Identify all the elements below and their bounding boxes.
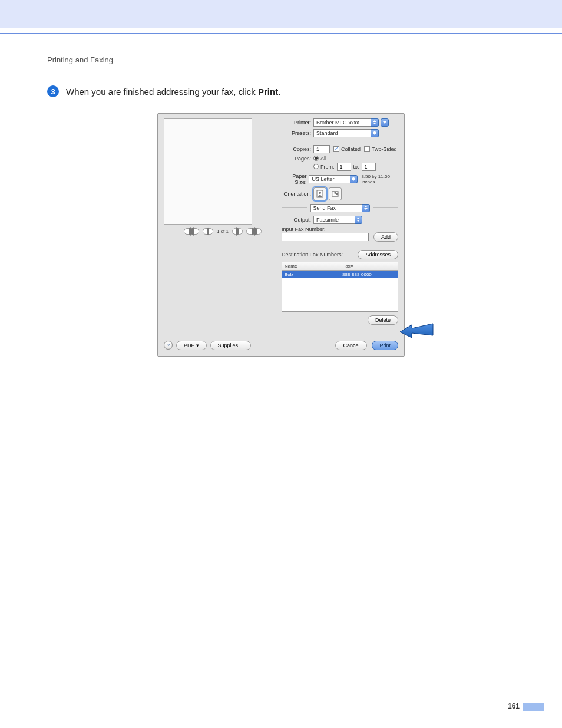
printer-disclosure-button[interactable]	[381, 118, 389, 127]
supplies-button[interactable]: Supplies…	[210, 341, 252, 350]
pager-next-button[interactable]	[232, 228, 243, 235]
help-button[interactable]: ?	[164, 341, 173, 350]
svg-point-1	[319, 192, 321, 194]
step-text: When you are finished addressing your fa…	[66, 85, 280, 99]
printer-value: Brother MFC-xxxx	[313, 118, 371, 127]
print-dialog: 1 of 1 Printer: Brother MFC-xxxx	[157, 113, 405, 357]
delete-button[interactable]: Delete	[368, 315, 398, 325]
pages-all-label: All	[320, 156, 326, 162]
step-text-prefix: When you are finished addressing your fa…	[66, 87, 258, 97]
column-name[interactable]: Name	[282, 262, 340, 270]
pages-label: Pages:	[282, 156, 313, 162]
collated-label: Collated	[341, 146, 361, 152]
select-arrows-icon	[350, 175, 358, 183]
person-portrait-icon	[316, 190, 323, 198]
preview-pager: 1 of 1	[164, 228, 282, 235]
person-landscape-icon	[332, 190, 339, 198]
annotation-arrow-icon	[399, 319, 434, 340]
dialog-wrapper: 1 of 1 Printer: Brother MFC-xxxx	[157, 113, 412, 357]
select-arrows-icon	[371, 129, 379, 137]
table-header: Name Fax#	[282, 262, 398, 271]
step-row: 3 When you are finished addressing your …	[47, 85, 522, 99]
pages-to-label: to:	[353, 164, 359, 170]
orientation-portrait-button[interactable]	[313, 187, 326, 200]
print-preview-pane	[164, 118, 252, 225]
section-separator: Send Fax	[282, 204, 398, 212]
pager-last-button[interactable]	[246, 228, 262, 235]
separator	[282, 141, 398, 141]
output-label: Output:	[282, 217, 313, 223]
orientation-label: Orientation:	[282, 191, 313, 197]
paper-size-value: US Letter	[309, 175, 350, 183]
step-text-bold: Print	[258, 87, 278, 97]
twosided-checkbox[interactable]	[364, 146, 370, 152]
step-text-suffix: .	[278, 87, 280, 97]
pages-from-input[interactable]	[337, 163, 351, 171]
output-select[interactable]: Facsimile	[313, 216, 362, 224]
paper-size-hint: 8.50 by 11.00 inches	[361, 174, 398, 185]
pages-from-radio[interactable]	[313, 164, 319, 169]
pdf-dropdown-button[interactable]: PDF ▾	[176, 341, 207, 350]
select-arrows-icon	[355, 216, 362, 224]
page-number-accent	[523, 703, 544, 711]
destination-label: Destination Fax Numbers:	[282, 252, 343, 258]
printer-label: Printer:	[282, 120, 313, 126]
svg-point-3	[334, 192, 336, 193]
paper-size-select[interactable]: US Letter	[309, 175, 358, 183]
twosided-label: Two-Sided	[372, 146, 397, 152]
input-fax-label: Input Fax Number:	[282, 226, 398, 232]
pager-prev-button[interactable]	[203, 228, 213, 235]
presets-value: Standard	[313, 129, 371, 137]
paper-size-label: Paper Size:	[282, 173, 309, 185]
print-button[interactable]: Print	[372, 341, 398, 350]
orientation-landscape-button[interactable]	[329, 187, 342, 200]
pages-to-input[interactable]	[362, 163, 376, 171]
presets-select[interactable]: Standard	[313, 129, 379, 137]
output-value: Facsimile	[313, 216, 355, 224]
section-value: Send Fax	[310, 204, 362, 212]
pager-label: 1 of 1	[217, 229, 229, 234]
cell-fax: 888-888-0000	[340, 271, 398, 278]
cell-name: Bob	[282, 271, 340, 278]
breadcrumb: Printing and Faxing	[47, 55, 522, 64]
pager-first-button[interactable]	[184, 228, 199, 235]
page-body: Printing and Faxing 3 When you are finis…	[0, 34, 562, 357]
page-number: 161	[508, 702, 520, 710]
addresses-button[interactable]: Addresses	[358, 250, 398, 259]
collated-checkbox[interactable]	[333, 146, 339, 152]
copies-input[interactable]	[313, 145, 330, 153]
select-arrows-icon	[371, 118, 379, 127]
table-empty-area	[282, 278, 398, 311]
input-fax-number-field[interactable]	[282, 233, 369, 241]
select-arrows-icon	[362, 204, 370, 212]
column-fax[interactable]: Fax#	[340, 262, 398, 270]
step-number-badge: 3	[47, 85, 59, 97]
presets-label: Presets:	[282, 130, 313, 136]
pages-all-radio[interactable]	[313, 156, 319, 161]
top-blue-band	[0, 0, 562, 28]
separator	[164, 331, 398, 331]
printer-select[interactable]: Brother MFC-xxxx	[313, 118, 379, 127]
destination-table: Name Fax# Bob 888-888-0000	[282, 262, 398, 312]
dialog-bottom-bar: ? PDF ▾ Supplies… Cancel Print	[164, 341, 398, 350]
svg-marker-4	[400, 324, 433, 338]
add-button[interactable]: Add	[373, 232, 398, 242]
pages-from-label: From:	[320, 164, 335, 170]
cancel-button[interactable]: Cancel	[335, 341, 367, 350]
table-row[interactable]: Bob 888-888-0000	[282, 271, 398, 278]
copies-label: Copies:	[282, 146, 313, 152]
section-select[interactable]: Send Fax	[310, 204, 370, 212]
